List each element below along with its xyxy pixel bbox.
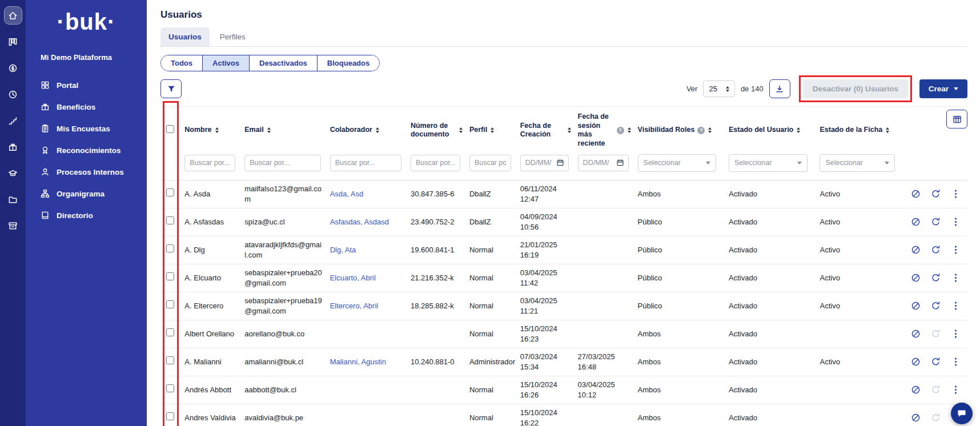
rail-item-home[interactable] (5, 7, 22, 24)
ban-icon[interactable] (911, 217, 921, 227)
kebab-menu-icon[interactable] (951, 245, 961, 255)
collaborator-link[interactable]: Eltercero, Abril (327, 292, 407, 320)
column-search-input[interactable] (330, 155, 401, 171)
refresh-icon[interactable] (931, 413, 941, 423)
row-checkbox[interactable] (166, 272, 174, 280)
info-icon[interactable]: ? (697, 127, 705, 134)
kebab-menu-icon[interactable] (951, 217, 961, 227)
column-header-fecha-de-sesion-mas-reciente[interactable]: Fecha de sesión más reciente? (575, 107, 634, 151)
filter-select[interactable]: Seleccionar (729, 154, 808, 172)
kebab-menu-icon[interactable] (951, 385, 961, 395)
collaborator-link[interactable] (327, 404, 407, 426)
tab-perfiles[interactable]: Perfiles (212, 27, 254, 46)
date-input[interactable] (525, 159, 555, 167)
refresh-icon[interactable] (931, 273, 941, 283)
column-header-visibilidad-roles[interactable]: Visibilidad Roles? (634, 107, 725, 151)
filter-select[interactable]: Seleccionar (638, 154, 717, 172)
tab-usuarios[interactable]: Usuarios (160, 27, 210, 46)
row-checkbox[interactable] (166, 356, 174, 364)
create-button[interactable]: Crear (919, 79, 967, 98)
column-header-estado-de-la-ficha[interactable]: Estado de la Ficha (816, 107, 903, 151)
ban-icon[interactable] (911, 301, 921, 311)
sort-icon[interactable] (376, 127, 379, 133)
sort-icon[interactable] (267, 127, 271, 133)
column-header-estado-del-usuario[interactable]: Estado del Usuario (725, 107, 816, 151)
rail-item-kanban[interactable] (5, 33, 22, 50)
sort-icon[interactable] (568, 127, 571, 133)
sort-icon[interactable] (628, 127, 631, 133)
refresh-icon[interactable] (931, 217, 941, 227)
date-filter[interactable] (520, 155, 569, 171)
column-search-input[interactable] (469, 155, 511, 171)
info-icon[interactable]: ? (617, 127, 624, 134)
sidebar-item-organigrama[interactable]: Organigrama (26, 183, 147, 204)
sort-icon[interactable] (459, 127, 463, 133)
status-filter-bloqueados[interactable]: Bloqueados (317, 55, 379, 71)
column-settings-button[interactable] (946, 110, 967, 128)
refresh-icon[interactable] (931, 385, 941, 395)
column-search-input[interactable] (411, 155, 460, 171)
status-filter-todos[interactable]: Todos (161, 55, 202, 71)
ban-icon[interactable] (911, 329, 921, 339)
refresh-icon[interactable] (931, 245, 941, 255)
collaborator-link[interactable] (327, 320, 407, 348)
chat-bubble-button[interactable] (951, 403, 973, 424)
row-checkbox[interactable] (166, 216, 174, 224)
page-size-select[interactable]: 25 (703, 81, 734, 97)
row-checkbox[interactable] (166, 300, 174, 308)
collaborator-link[interactable]: Elcuarto, Abril (327, 264, 407, 292)
date-input[interactable] (583, 159, 614, 167)
column-header-email[interactable]: Email (241, 107, 326, 151)
sort-icon[interactable] (797, 127, 800, 133)
refresh-icon[interactable] (931, 189, 941, 199)
column-header-perfil[interactable]: Perfil (466, 107, 517, 151)
filter-button[interactable] (160, 79, 182, 98)
ban-icon[interactable] (911, 413, 921, 423)
collaborator-link[interactable] (327, 376, 407, 404)
rail-item-steps[interactable] (5, 112, 22, 129)
deactivate-users-button[interactable]: Desactivar (0) Usuarios (803, 79, 908, 98)
row-checkbox[interactable] (166, 328, 174, 336)
rail-item-archive[interactable] (5, 217, 22, 234)
ban-icon[interactable] (911, 189, 921, 199)
row-checkbox[interactable] (166, 412, 174, 420)
row-checkbox[interactable] (166, 244, 174, 252)
row-checkbox[interactable] (166, 384, 174, 392)
filter-select[interactable]: Seleccionar (820, 154, 895, 172)
ban-icon[interactable] (911, 245, 921, 255)
sort-icon[interactable] (886, 127, 889, 133)
sidebar-item-portal[interactable]: Portal (26, 74, 147, 96)
sidebar-item-beneficios[interactable]: Beneficios (26, 96, 147, 118)
rail-item-cap[interactable] (5, 164, 22, 182)
kebab-menu-icon[interactable] (951, 329, 961, 339)
column-header-fecha-de-creacion[interactable]: Fecha de Creación (517, 107, 575, 151)
sort-icon[interactable] (708, 127, 712, 133)
sidebar-item-reconocimientos[interactable]: Reconocimientos (26, 139, 147, 161)
calendar-icon[interactable] (556, 159, 564, 167)
collaborator-link[interactable]: Asfasdas, Asdasd (327, 208, 407, 236)
sidebar-item-mis-encuestas[interactable]: Mis Encuestas (26, 118, 147, 139)
column-search-input[interactable] (244, 155, 320, 171)
sort-icon[interactable] (215, 127, 219, 133)
refresh-icon[interactable] (931, 301, 941, 311)
column-header-nombre[interactable]: Nombre (181, 107, 241, 151)
date-filter[interactable] (578, 155, 629, 171)
kebab-menu-icon[interactable] (951, 357, 961, 367)
sidebar-item-directorio[interactable]: Directorio (26, 204, 147, 226)
kebab-menu-icon[interactable] (951, 301, 961, 311)
column-header-colaborador[interactable]: Colaborador (327, 107, 407, 151)
rail-item-coin[interactable] (5, 59, 22, 77)
rail-item-clock[interactable] (5, 86, 22, 103)
collaborator-link[interactable]: Malianni, Agustin (327, 348, 407, 376)
kebab-menu-icon[interactable] (951, 273, 961, 283)
refresh-icon[interactable] (931, 357, 941, 367)
download-button[interactable] (769, 79, 790, 98)
rail-item-gift[interactable] (5, 138, 22, 155)
ban-icon[interactable] (911, 385, 921, 395)
collaborator-link[interactable]: Dlg, Ata (327, 236, 407, 264)
calendar-icon[interactable] (616, 159, 624, 167)
refresh-icon[interactable] (931, 329, 941, 339)
ban-icon[interactable] (911, 273, 921, 283)
kebab-menu-icon[interactable] (951, 189, 961, 199)
column-header-numero-de-documento[interactable]: Número de documento (407, 107, 466, 151)
